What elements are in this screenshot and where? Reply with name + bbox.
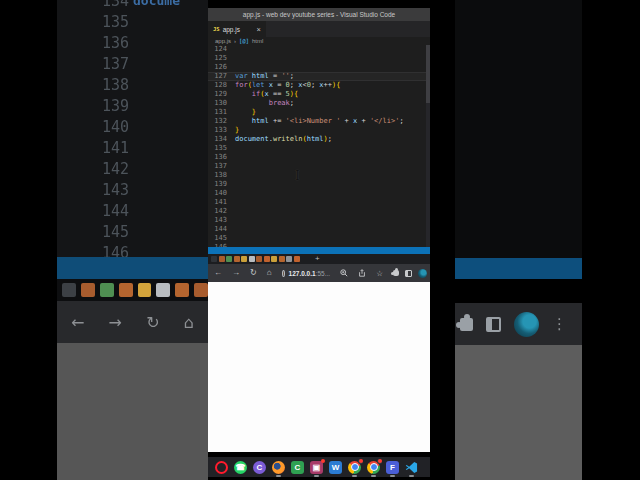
close-tab-icon[interactable]: ×: [257, 25, 261, 34]
browser-tab-favicon[interactable]: [294, 256, 300, 262]
line-number: 139: [208, 180, 227, 189]
new-tab-button[interactable]: +: [315, 255, 320, 263]
taskbar-icon-opera[interactable]: [215, 461, 228, 474]
code-line[interactable]: 142: [208, 207, 430, 216]
code-line[interactable]: 135: [208, 144, 430, 153]
bookmark-star-icon[interactable]: ☆: [376, 269, 383, 278]
line-number: 129: [208, 90, 227, 99]
bg-tab-favicon: [194, 283, 208, 297]
browser-tab-favicon[interactable]: [249, 256, 255, 262]
code-line[interactable]: 144: [208, 225, 430, 234]
code-line[interactable]: 128for(let x = 0; x<0; x++){: [208, 81, 430, 90]
code-line[interactable]: 129 if(x == 5){: [208, 90, 430, 99]
code-line[interactable]: 131 }: [208, 108, 430, 117]
code-text: break;: [235, 99, 294, 108]
bg-menu-icon: ⋮: [552, 315, 567, 333]
code-line[interactable]: 141: [208, 198, 430, 207]
code-line[interactable]: 140: [208, 189, 430, 198]
editor-scrollbar[interactable]: [426, 45, 430, 247]
code-line[interactable]: 130 break;: [208, 99, 430, 108]
bg-tab-favicon: [100, 283, 114, 297]
bg-line-numbers: 134135136137138139140141142143144145146: [77, 0, 129, 257]
taskbar-icon-camtasia[interactable]: C: [291, 461, 304, 474]
bg-webpage-left: [57, 343, 208, 480]
line-number: 137: [208, 162, 227, 171]
taskbar-icon-chrome-2[interactable]: [367, 461, 380, 474]
browser-tab-favicon[interactable]: [279, 256, 285, 262]
code-line[interactable]: 132 html += '<li>Number ' + x + '</li>';: [208, 117, 430, 126]
bg-statusbar-left: [57, 257, 208, 279]
tab-label: app.js: [223, 26, 240, 33]
bg-home-icon: ⌂: [184, 313, 194, 332]
line-number: 136: [208, 153, 227, 162]
browser-tab-favicon[interactable]: [219, 256, 225, 262]
browser-tab-favicon[interactable]: [234, 256, 240, 262]
site-info-icon[interactable]: i: [282, 270, 285, 277]
code-editor[interactable]: 124125126127var html = '';128for(let x =…: [208, 45, 430, 247]
browser-tab-favicon[interactable]: [211, 256, 217, 262]
code-line[interactable]: 137: [208, 162, 430, 171]
background-left: docume 134135136137138139140141142143144…: [57, 0, 208, 480]
back-button[interactable]: ←: [214, 269, 222, 277]
line-number: 143: [208, 216, 227, 225]
code-line[interactable]: 126: [208, 63, 430, 72]
taskbar-icon-chrome[interactable]: [348, 461, 361, 474]
bg-tab-favicon: [156, 283, 170, 297]
reload-button[interactable]: ↻: [250, 269, 257, 277]
taskbar-icon-firefox[interactable]: [272, 461, 285, 474]
code-line[interactable]: 139: [208, 180, 430, 189]
windows-taskbar: ☎CC▣WF: [208, 457, 430, 477]
line-number: 128: [208, 81, 227, 90]
code-line[interactable]: 143: [208, 216, 430, 225]
browser-tab-favicon[interactable]: [256, 256, 262, 262]
taskbar-icon-whatsapp[interactable]: ☎: [234, 461, 247, 474]
code-line[interactable]: 127var html = '';: [208, 72, 430, 81]
forward-button[interactable]: →: [232, 269, 240, 277]
code-text: }: [235, 108, 256, 117]
text-cursor-pointer: I: [295, 169, 300, 183]
taskbar-icon-app-c[interactable]: C: [253, 461, 266, 474]
taskbar-icon-vscode[interactable]: [405, 461, 418, 474]
breadcrumb-file[interactable]: app.js: [215, 38, 231, 44]
browser-toolbar: ← → ↻ ⌂ i 127.0.0.1:55... ☆ ⋮: [208, 264, 430, 282]
shorts-video-frame: docume 134135136137138139140141142143144…: [0, 0, 640, 480]
browser-tab-strip: +: [208, 254, 430, 264]
taskbar-icon-media-app[interactable]: ▣: [310, 461, 323, 474]
line-number: 144: [208, 225, 227, 234]
bg-statusbar-right: [455, 258, 582, 279]
code-line[interactable]: 138: [208, 171, 430, 180]
webpage-blank[interactable]: [208, 282, 430, 452]
code-line[interactable]: 134document.writeln(html);: [208, 135, 430, 144]
taskbar-icon-word[interactable]: W: [329, 461, 342, 474]
code-line[interactable]: 133}: [208, 126, 430, 135]
chevron-right-icon: ›: [234, 38, 236, 44]
bg-browser-toolbar-right: ⋮: [455, 303, 582, 345]
line-number: 126: [208, 63, 227, 72]
address-bar[interactable]: 127.0.0.1:55...: [289, 270, 331, 277]
vscode-status-bar: [208, 247, 430, 254]
home-button[interactable]: ⌂: [267, 269, 272, 277]
symbol-icon: [@]: [239, 38, 249, 44]
taskbar-icon-f-app[interactable]: F: [386, 461, 399, 474]
browser-tab-favicon[interactable]: [286, 256, 292, 262]
code-line[interactable]: 125: [208, 54, 430, 63]
code-line[interactable]: 136: [208, 153, 430, 162]
share-icon[interactable]: [358, 269, 366, 277]
breadcrumb-symbol[interactable]: html: [252, 38, 263, 44]
code-line[interactable]: 145: [208, 234, 430, 243]
bg-back-icon: ←: [71, 313, 84, 332]
browser-tab-favicon[interactable]: [241, 256, 247, 262]
bg-side-panel-icon: [486, 317, 501, 332]
browser-tab-favicon[interactable]: [271, 256, 277, 262]
line-number: 127: [208, 72, 227, 81]
editor-tab-appjs[interactable]: JS app.js ×: [208, 21, 266, 37]
browser-tab-favicon[interactable]: [226, 256, 232, 262]
profile-avatar[interactable]: [418, 269, 427, 278]
extensions-puzzle-icon[interactable]: [393, 270, 399, 276]
code-line[interactable]: 124: [208, 45, 430, 54]
breadcrumb: app.js › [@] html: [208, 37, 430, 45]
zoom-icon[interactable]: [340, 269, 348, 277]
line-number: 145: [208, 234, 227, 243]
browser-tab-favicon[interactable]: [264, 256, 270, 262]
side-panel-icon[interactable]: [405, 270, 412, 277]
